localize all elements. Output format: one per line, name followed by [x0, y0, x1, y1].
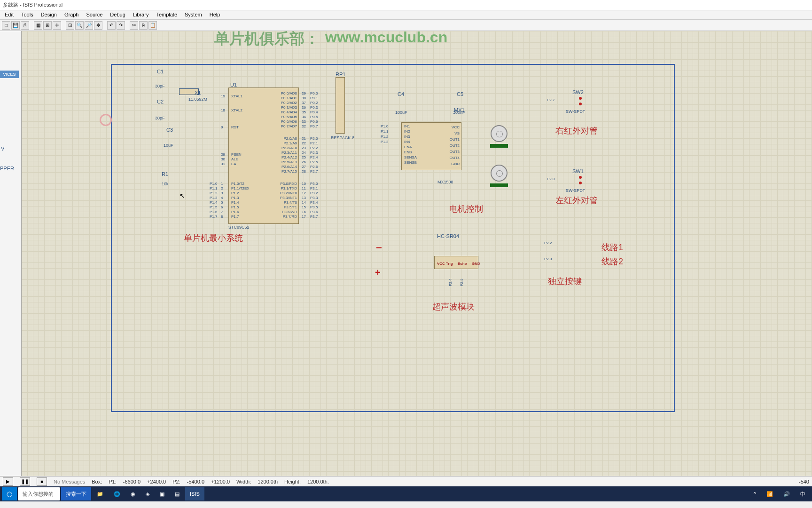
app2-icon[interactable]: ◈ [141, 487, 154, 500]
app4-icon[interactable]: ▤ [170, 487, 184, 500]
start-icon[interactable]: ◯ [2, 487, 17, 500]
ref-c4: C4 [398, 91, 404, 97]
schematic-canvas[interactable]: 单片机俱乐部： www.mcuclub.cn ↖ U1 STC89C52 X1 … [22, 31, 812, 476]
menu-edit[interactable]: Edit [2, 11, 16, 18]
pin-XTAL2: XTAL2 [231, 108, 242, 112]
tool-pan[interactable]: ✥ [94, 21, 102, 30]
tool-zoom-fit[interactable]: ⊡ [66, 21, 74, 30]
pinnum-r-22: 16 [302, 210, 306, 214]
pinnum-l-9: 4 [221, 196, 223, 200]
pin-P2.1/A9: P2.1/A9 [276, 141, 297, 145]
devices-header[interactable]: VICES [0, 71, 19, 78]
tool-print[interactable]: ⎙ [21, 21, 29, 30]
minus-icon[interactable]: − [376, 242, 382, 254]
val-c2: 30pF [155, 116, 165, 120]
isis-icon[interactable]: ISIS [185, 487, 204, 500]
tool-new[interactable]: □ [2, 21, 10, 30]
tray-up-icon[interactable]: ^ [749, 487, 761, 500]
val-sw2: SW-SPDT [566, 109, 585, 114]
pinnum-r-6: 33 [302, 119, 306, 124]
net-P0.7: P0.7 [310, 124, 318, 128]
menu-design[interactable]: Design [38, 11, 60, 18]
pinnum-l-13: 8 [221, 214, 223, 219]
menu-library[interactable]: Library [130, 11, 152, 18]
taskbar-search-btn[interactable]: 搜索一下 [61, 487, 91, 500]
mx-SENSB: SENSB [404, 160, 417, 165]
cursor-icon: ↖ [180, 192, 185, 199]
pin-P2.7/A15: P2.7/A15 [276, 169, 297, 174]
pin-EA: EA [231, 162, 236, 166]
net-P0.4: P0.4 [310, 110, 318, 114]
pinnum-r-1: 38 [302, 96, 306, 100]
tray-vol-icon[interactable]: 🔊 [779, 487, 795, 500]
menu-graph[interactable]: Graph [62, 11, 82, 18]
status-nomsg: No Messages [54, 479, 85, 484]
pin-P2.2/A10: P2.2/A10 [276, 146, 297, 150]
menu-source[interactable]: Source [83, 11, 105, 18]
menu-debug[interactable]: Debug [107, 11, 128, 18]
pin-P1.0/T2: P1.0/T2 [231, 182, 244, 186]
explorer-icon[interactable]: 📁 [92, 487, 108, 500]
play-button[interactable]: ▶ [3, 477, 13, 486]
stop-button[interactable]: ■ [37, 477, 47, 486]
pinnum-r-3: 36 [302, 105, 306, 110]
app3-icon[interactable]: ▣ [155, 487, 169, 500]
menu-system[interactable]: System [182, 11, 205, 18]
pin-P2.4/A12: P2.4/A12 [276, 155, 297, 159]
pin-P0.2/AD2: P0.2/AD2 [276, 101, 297, 105]
edge-icon[interactable]: 🌐 [109, 487, 125, 500]
tool-zoom-out[interactable]: 🔎 [85, 21, 93, 30]
bus-P1.6: P1.6 [210, 210, 217, 214]
pinnum-r-13: 26 [302, 160, 306, 164]
tool-zoom-in[interactable]: 🔍 [75, 21, 84, 30]
label-ir-right: 右红外对管 [555, 125, 598, 136]
tool-redo[interactable]: ↷ [117, 21, 125, 30]
menu-help[interactable]: Help [207, 11, 223, 18]
tool-grid[interactable]: ▦ [34, 21, 42, 30]
pin-P3.4/T0: P3.4/T0 [276, 200, 297, 205]
net-hc-trig: P2.4 [448, 278, 453, 286]
pin-P2.3/A11: P2.3/A11 [276, 151, 297, 155]
menu-tools[interactable]: Tools [18, 11, 36, 18]
chip-rp1[interactable] [336, 77, 345, 134]
mx-IN4: IN4 [404, 140, 410, 144]
pin-P3.1/TXD: P3.1/TXD [276, 186, 297, 190]
ref-c3: C3 [166, 127, 173, 133]
pinnum-r-10: 23 [302, 146, 306, 150]
tray-ime[interactable]: 中 [796, 487, 810, 500]
ref-u1: U1 [230, 82, 237, 87]
ref-rp1: RP1 [336, 71, 345, 77]
app1-icon[interactable]: ◉ [126, 487, 140, 500]
tool-origin[interactable]: ✛ [53, 21, 61, 30]
mx-net-P1.1: P1.1 [381, 129, 388, 134]
status-p1: P1: [109, 479, 117, 484]
val-c3: 10uF [164, 143, 173, 148]
watermark: 单片机俱乐部： www.mcuclub.cn [214, 31, 447, 49]
taskbar-search[interactable]: 输入你想搜的 [18, 487, 60, 500]
tool-save[interactable]: 💾 [11, 21, 20, 30]
tool-undo[interactable]: ↶ [107, 21, 116, 30]
net-hc-echo: P2.5 [460, 278, 464, 286]
val-x1: 11.0592M [188, 97, 207, 102]
pinnum-l-6: 1 [221, 182, 223, 186]
pinnum-l-0: 19 [221, 94, 225, 98]
tool-snap[interactable]: ⊞ [43, 21, 52, 30]
ref-x1: X1 [195, 90, 201, 95]
tool-copy[interactable]: ⎘ [139, 21, 148, 30]
pinnum-r-20: 14 [302, 200, 306, 205]
net-sw2: P2.7 [547, 98, 554, 102]
net-P2.6: P2.6 [310, 165, 318, 169]
status-w: Width: [236, 479, 251, 484]
menu-template[interactable]: Template [153, 11, 180, 18]
status-p2x: -5400.0 [187, 479, 204, 484]
tray-net-icon[interactable]: 📶 [762, 487, 778, 500]
val-mx1: MX1508 [437, 180, 453, 184]
tool-cut[interactable]: ✂ [130, 21, 138, 30]
tool-paste[interactable]: 📋 [148, 21, 157, 30]
pin-P1.1/T2EX: P1.1/T2EX [231, 186, 250, 190]
pinnum-l-1: 18 [221, 108, 225, 112]
net-P2.0: P2.0 [310, 136, 318, 141]
plus-icon[interactable]: + [375, 267, 381, 278]
pause-button[interactable]: ❚❚ [20, 477, 30, 486]
hc-echo: Echo [458, 262, 467, 266]
